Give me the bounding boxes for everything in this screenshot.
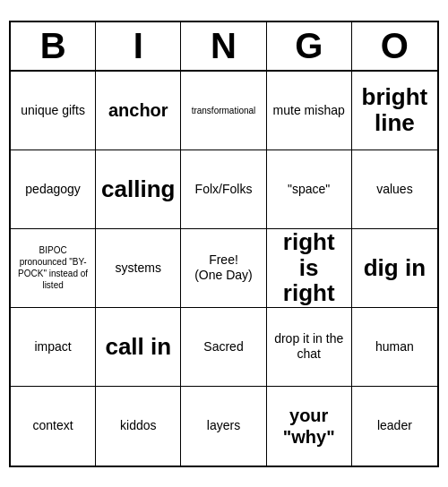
bingo-cell: mute mishap [267,72,352,150]
bingo-cell: values [352,150,437,229]
bingo-cell: human [352,308,437,387]
bingo-cell: context [11,387,96,466]
bingo-cell: layers [181,387,266,466]
bingo-cell: calling [96,150,181,229]
bingo-cell: systems [96,229,181,308]
bingo-cell: transformational [181,72,266,150]
bingo-cell: bright line [352,72,437,150]
bingo-cell: Sacred [181,308,266,387]
bingo-cell: "space" [267,150,352,229]
header-letter: G [267,22,352,70]
bingo-header: BINGO [11,22,437,72]
header-letter: B [11,22,96,70]
bingo-cell: call in [96,308,181,387]
bingo-cell: drop it in the chat [267,308,352,387]
bingo-cell: Free! (One Day) [181,229,266,308]
bingo-card: BINGO unique giftsanchortransformational… [9,21,439,467]
bingo-cell: Folx/Folks [181,150,266,229]
bingo-cell: kiddos [96,387,181,466]
bingo-grid: unique giftsanchortransformationalmute m… [11,72,437,466]
header-letter: O [352,22,437,70]
bingo-cell: leader [352,387,437,466]
bingo-cell: dig in [352,229,437,308]
bingo-cell: anchor [96,72,181,150]
bingo-cell: unique gifts [11,72,96,150]
header-letter: N [181,22,266,70]
header-letter: I [96,22,181,70]
bingo-cell: BIPOC pronounced "BY-POCK" instead of li… [11,229,96,308]
bingo-cell: right is right [267,229,352,308]
bingo-cell: impact [11,308,96,387]
bingo-cell: your "why" [267,387,352,466]
bingo-cell: pedagogy [11,150,96,229]
